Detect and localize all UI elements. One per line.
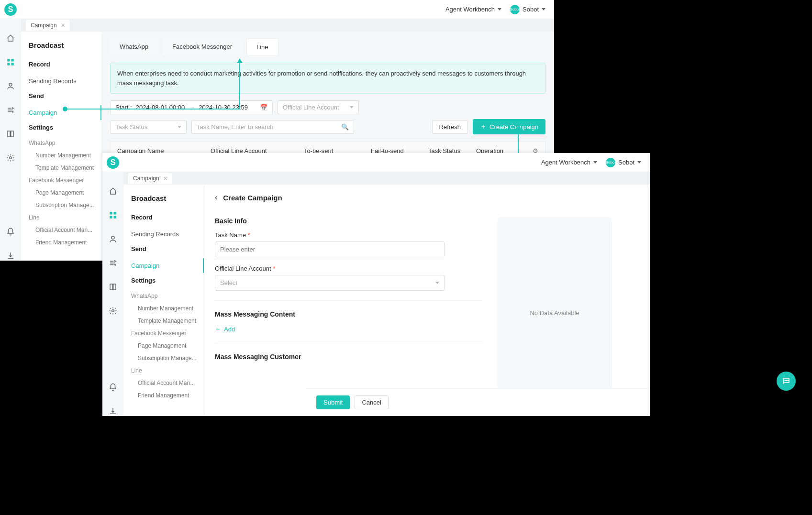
gear-icon[interactable] xyxy=(6,153,15,163)
group-whatsapp: WhatsApp xyxy=(29,137,101,149)
account-select[interactable]: Official Line Account xyxy=(278,100,359,114)
app-logo[interactable]: S xyxy=(0,3,21,16)
status-placeholder: Task Status xyxy=(115,123,147,131)
status-select[interactable]: Task Status xyxy=(110,120,187,134)
user-menu[interactable]: Sobot Sobot xyxy=(606,158,641,167)
apps-icon[interactable] xyxy=(6,57,15,67)
icon-sidebar xyxy=(102,172,123,416)
nav-wa-template[interactable]: Template Management xyxy=(29,162,96,174)
plus-icon: ＋ xyxy=(480,122,487,131)
nav-wa-template[interactable]: Template Management xyxy=(131,315,198,327)
filter-row-2: Task Status Task Name, Enter to search 🔍… xyxy=(110,119,545,134)
avatar: Sobot xyxy=(510,5,520,14)
nav-line-friend[interactable]: Friend Management xyxy=(131,389,198,402)
section-send: Send xyxy=(29,92,101,99)
svg-rect-6 xyxy=(110,212,112,214)
user-icon[interactable] xyxy=(108,234,118,244)
nav-fb-page[interactable]: Page Management xyxy=(131,340,198,352)
nav-line-official[interactable]: Official Account Man... xyxy=(131,377,198,389)
nav-campaign[interactable]: Campaign xyxy=(131,258,204,273)
workspace-tab-campaign[interactable]: Campaign ✕ xyxy=(26,20,70,31)
nav-sending-records[interactable]: Sending Records xyxy=(29,74,101,88)
workspace-tab-campaign[interactable]: Campaign ✕ xyxy=(128,173,172,184)
user-name: Sobot xyxy=(618,159,634,166)
annotation-arrow-up xyxy=(237,58,243,63)
arrow-right-icon: → xyxy=(189,104,195,111)
add-content-button[interactable]: ＋ Add xyxy=(215,325,483,333)
svg-point-12 xyxy=(785,380,786,381)
info-banner: When enterprises need to conduct marketi… xyxy=(110,63,545,94)
submit-button[interactable]: Submit xyxy=(316,395,350,409)
apps-icon[interactable] xyxy=(108,210,118,220)
close-icon[interactable]: ✕ xyxy=(163,175,167,182)
sidebar-title: Broadcast xyxy=(131,194,204,202)
svg-point-4 xyxy=(9,83,12,86)
svg-rect-1 xyxy=(11,59,14,61)
user-icon[interactable] xyxy=(6,81,15,91)
nav-wa-number[interactable]: Number Management xyxy=(29,149,96,162)
home-icon[interactable] xyxy=(6,33,15,43)
avatar: Sobot xyxy=(606,158,615,167)
user-name: Sobot xyxy=(523,6,539,13)
download-icon[interactable] xyxy=(108,406,118,416)
section-record: Record xyxy=(29,61,101,68)
app-logo[interactable]: S xyxy=(102,156,123,169)
svg-rect-2 xyxy=(7,63,10,66)
chevron-down-icon xyxy=(435,282,439,284)
group-line: Line xyxy=(29,211,101,224)
book-icon[interactable] xyxy=(6,129,15,139)
tab-whatsapp[interactable]: WhatsApp xyxy=(110,38,158,56)
download-icon[interactable] xyxy=(6,251,15,261)
tab-line[interactable]: Line xyxy=(246,38,278,56)
divider xyxy=(215,300,483,301)
create-campaign-panel: ‹ Create Campaign Basic Info Task Name *… xyxy=(204,185,650,416)
help-fab[interactable] xyxy=(777,372,796,391)
window-create-campaign: S Agent Workbench Sobot Sobot Campaign ✕ xyxy=(102,153,650,416)
gear-icon[interactable] xyxy=(108,306,118,316)
section-settings: Settings xyxy=(131,277,204,284)
search-input[interactable]: Task Name, Enter to search 🔍 xyxy=(191,120,354,134)
nav-sidebar: Broadcast Record Sending Records Send Ca… xyxy=(21,32,101,261)
annotation-dot xyxy=(63,107,67,111)
refresh-button[interactable]: Refresh xyxy=(432,120,468,134)
home-icon[interactable] xyxy=(108,186,118,196)
nav-wa-number[interactable]: Number Management xyxy=(131,302,198,315)
nav-sending-records[interactable]: Sending Records xyxy=(131,227,204,241)
section-mass-content: Mass Messaging Content xyxy=(215,310,483,318)
cancel-button[interactable]: Cancel xyxy=(355,395,388,409)
tab-facebook[interactable]: Facebook Messenger xyxy=(163,38,242,56)
svg-rect-9 xyxy=(114,216,116,219)
create-campaign-button[interactable]: ＋ Create Campaign xyxy=(473,119,545,134)
tab-label: Campaign xyxy=(133,175,159,182)
date-range-picker[interactable]: Start : 2024-08-01 00:00 → 2024-10-30 23… xyxy=(110,100,273,114)
workbench-label: Agent Workbench xyxy=(541,159,590,166)
search-icon: 🔍 xyxy=(341,123,349,131)
account-placeholder: Select xyxy=(220,279,237,286)
divider xyxy=(215,343,483,343)
close-icon[interactable]: ✕ xyxy=(61,22,65,29)
flow-icon[interactable] xyxy=(6,105,15,115)
bell-icon[interactable] xyxy=(6,227,15,237)
form-footer: Submit Cancel xyxy=(306,388,650,416)
caret-down-icon xyxy=(593,161,597,164)
nav-line-friend[interactable]: Friend Management xyxy=(29,236,96,249)
nav-line-official[interactable]: Official Account Man... xyxy=(29,224,96,236)
nav-fb-page[interactable]: Page Management xyxy=(29,186,96,199)
bell-icon[interactable] xyxy=(108,383,118,392)
workbench-dropdown[interactable]: Agent Workbench xyxy=(541,159,597,166)
svg-point-11 xyxy=(112,310,114,312)
start-label: Start : xyxy=(115,104,132,111)
task-name-input[interactable] xyxy=(215,241,445,257)
back-icon[interactable]: ‹ xyxy=(215,193,217,202)
user-menu[interactable]: Sobot Sobot xyxy=(510,5,545,14)
flow-icon[interactable] xyxy=(108,258,118,268)
nav-fb-sub[interactable]: Subscription Manage... xyxy=(131,352,198,364)
section-record: Record xyxy=(131,214,204,221)
account-select[interactable]: Select xyxy=(215,275,445,291)
search-placeholder: Task Name, Enter to search xyxy=(197,123,273,131)
section-mass-customer: Mass Messaging Customer xyxy=(215,353,483,361)
book-icon[interactable] xyxy=(108,282,118,292)
nav-fb-sub[interactable]: Subscription Manage... xyxy=(29,199,96,211)
svg-point-10 xyxy=(111,236,114,239)
workbench-dropdown[interactable]: Agent Workbench xyxy=(445,6,501,13)
